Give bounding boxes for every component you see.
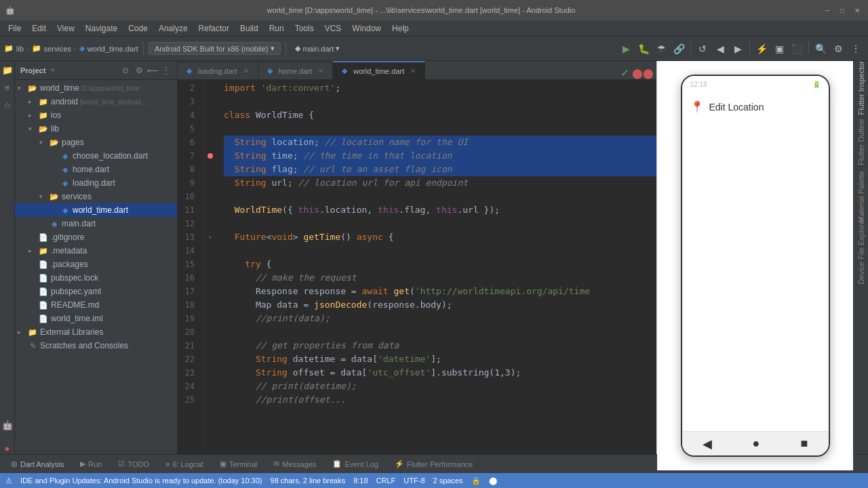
tree-item-label: main.dart xyxy=(62,219,174,228)
tree-item-main.dart[interactable]: ◆main.dart xyxy=(15,217,177,230)
fold-icon[interactable]: ▾ xyxy=(208,234,212,241)
debug-button[interactable]: 🐛 xyxy=(635,41,652,57)
attach-button[interactable]: 🔗 xyxy=(671,41,687,57)
checkmark-icon[interactable]: ✓ xyxy=(620,66,629,79)
todo-tab[interactable]: ☑ TODO xyxy=(113,458,155,470)
flutter-performance-tab[interactable]: ⚡ Flutter Performance xyxy=(389,458,478,470)
stop-button[interactable]: ⬛ xyxy=(789,41,805,57)
menu-run[interactable]: Run xyxy=(264,22,290,35)
sdk-selector[interactable]: Android SDK Built for x86 (mobile) ▾ xyxy=(149,42,281,55)
breakpoint-icon[interactable] xyxy=(208,153,213,159)
close-button[interactable]: ✕ xyxy=(852,5,863,16)
event-log-tab[interactable]: 📋 Event Log xyxy=(327,458,384,470)
search-button[interactable]: 🔍 xyxy=(812,41,829,57)
breadcrumb-services-label[interactable]: services xyxy=(44,45,71,53)
code-content[interactable]: import 'dart:convert'; class WorldTime {… xyxy=(216,80,656,454)
tree-item-scratches-and-consoles[interactable]: ✎Scratches and Consoles xyxy=(15,339,177,352)
phone-recents-button[interactable]: ■ xyxy=(801,436,808,451)
edit-location-row[interactable]: 📍 Edit Location xyxy=(690,100,821,113)
collapse-icon[interactable]: ⟵ xyxy=(147,65,158,76)
target-selector[interactable]: ◆ main.dart ▾ xyxy=(291,40,344,58)
run-tab[interactable]: ▶ Run xyxy=(75,458,107,470)
dart-analysis-tab[interactable]: ◎ Dart Analysis xyxy=(5,458,69,470)
project-header-actions: ⊙ ⚙ ⟵ ⋮ xyxy=(120,65,172,76)
tab-close-button[interactable]: ✕ xyxy=(408,66,418,76)
tab-home-dart[interactable]: ◆ home.dart ✕ xyxy=(258,62,334,79)
menu-help[interactable]: Help xyxy=(387,22,414,35)
menu-view[interactable]: View xyxy=(52,22,80,35)
more-button[interactable]: ⋮ xyxy=(848,41,864,57)
coverage-button[interactable]: ☂ xyxy=(653,41,669,57)
android-icon[interactable]: 🤖 xyxy=(1,419,14,431)
rerun-button[interactable]: ↺ xyxy=(694,41,711,57)
menu-navigate[interactable]: Navigate xyxy=(80,22,123,35)
tree-item-.metadata[interactable]: ▸📁.metadata xyxy=(15,244,177,258)
tree-item-.packages[interactable]: 📄.packages xyxy=(15,258,177,271)
logcat-tab[interactable]: ≡ 6: Logcat xyxy=(160,459,209,470)
tree-item-android[interactable]: ▸📁android [world_time_android... xyxy=(15,95,177,108)
breadcrumb-file-label[interactable]: world_time.dart xyxy=(87,45,138,53)
structure-icon[interactable]: ≡ xyxy=(1,81,14,94)
status-indent[interactable]: 2 spaces xyxy=(433,476,463,485)
menu-code[interactable]: Code xyxy=(123,22,153,35)
tree-item-pages[interactable]: ▾📂pages xyxy=(15,136,177,149)
tab-world-time-dart[interactable]: ◆ world_time.dart ✕ xyxy=(333,61,425,79)
menu-vcs[interactable]: VCS xyxy=(319,22,347,35)
tree-item-loading.dart[interactable]: ◆loading.dart xyxy=(15,176,177,190)
tree-item-.gitignore[interactable]: 📄.gitignore xyxy=(15,230,177,244)
breadcrumb-lib-label[interactable]: lib xyxy=(16,45,24,53)
tree-item-home.dart[interactable]: ◆home.dart xyxy=(15,163,177,176)
project-icon[interactable]: 📁 xyxy=(1,64,14,76)
messages-tab[interactable]: ✉ Messages xyxy=(268,458,321,470)
lock-icon[interactable]: 🔒 xyxy=(471,476,481,485)
code-line-15: try { xyxy=(224,258,656,271)
run-button[interactable]: ▶ xyxy=(618,41,634,57)
favorites-icon[interactable]: ☆ xyxy=(1,99,14,111)
tree-item-pubspec.yaml[interactable]: 📄pubspec.yaml xyxy=(15,285,177,298)
terminal-tab[interactable]: ▣ Terminal xyxy=(214,458,263,470)
menu-analyze[interactable]: Analyze xyxy=(153,22,193,35)
tree-item-readme.md[interactable]: 📄README.md xyxy=(15,298,177,312)
code-editor[interactable]: 2345678910111213141516171819202122232425… xyxy=(178,80,656,454)
scope-icon[interactable]: ⊙ xyxy=(120,65,131,76)
flutter-outline-tab[interactable]: Flutter Outline xyxy=(854,115,868,169)
forward-button[interactable]: ▶ xyxy=(730,41,746,57)
tree-item-external-libraries[interactable]: ▸📁External Libraries xyxy=(15,325,177,339)
status-encoding[interactable]: UTF-8 xyxy=(403,476,425,485)
menu-build[interactable]: Build xyxy=(235,22,264,35)
phone-back-button[interactable]: ◀ xyxy=(703,436,712,451)
device-file-explorer-tab[interactable]: Device File Explorer xyxy=(854,224,868,278)
menu-refactor[interactable]: Refactor xyxy=(193,22,235,35)
menu-edit[interactable]: Edit xyxy=(26,22,52,35)
tree-item-services[interactable]: ▾📂services xyxy=(15,190,177,203)
tree-item-world_time[interactable]: ▾📂world_time D:\apps\world_time xyxy=(15,81,177,95)
tree-item-lib[interactable]: ▾📂lib xyxy=(15,122,177,136)
tab-loading-dart[interactable]: ◆ loading.dart ✕ xyxy=(178,62,258,79)
tree-item-choose_location.dart[interactable]: ◆choose_location.dart xyxy=(15,149,177,163)
error-icon-2[interactable]: ⬤ xyxy=(643,68,654,79)
back-button[interactable]: ◀ xyxy=(712,41,728,57)
tree-item-ios[interactable]: ▸📁ios xyxy=(15,108,177,122)
warnings-icon[interactable]: ● xyxy=(1,442,14,454)
status-chars[interactable]: 98 chars, 2 line breaks xyxy=(271,476,346,485)
error-icon[interactable]: ⬤ xyxy=(632,68,643,79)
tree-item-pubspec.lock[interactable]: 📄pubspec.lock xyxy=(15,271,177,285)
flutter-inspector-tab[interactable]: Flutter Inspector xyxy=(854,61,868,115)
status-line-ending[interactable]: CRLF xyxy=(376,476,396,485)
tree-item-world_time.iml[interactable]: 📄world_time.iml xyxy=(15,312,177,325)
tab-close-button[interactable]: ✕ xyxy=(241,66,251,76)
settings-icon[interactable]: ⚙ xyxy=(134,65,144,76)
menu-tools[interactable]: Tools xyxy=(290,22,319,35)
tree-item-world_time.dart[interactable]: ◆world_time.dart xyxy=(15,203,177,217)
minimize-button[interactable]: ─ xyxy=(822,5,833,16)
maximize-button[interactable]: □ xyxy=(837,5,848,16)
lightning-button[interactable]: ⚡ xyxy=(753,41,770,57)
menu-file[interactable]: File xyxy=(3,22,26,35)
phone-home-button[interactable]: ● xyxy=(753,436,760,451)
status-position[interactable]: 8:18 xyxy=(353,476,368,485)
menu-window[interactable]: Window xyxy=(347,22,387,35)
terminal-button[interactable]: ▣ xyxy=(771,41,787,57)
more-icon[interactable]: ⋮ xyxy=(161,65,172,76)
settings-gear-icon[interactable]: ⚙ xyxy=(830,41,846,57)
tab-close-button[interactable]: ✕ xyxy=(316,66,326,76)
